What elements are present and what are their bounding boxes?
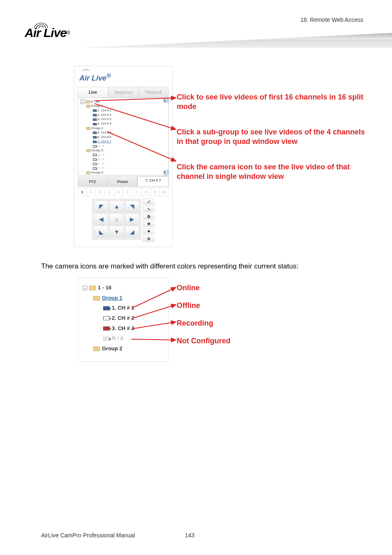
scroll-down-button[interactable]: ▾ (164, 170, 168, 175)
camera-icon[interactable] (93, 163, 97, 165)
status-labels: Online Offline Recording Not Configured (177, 284, 231, 354)
group-4[interactable]: Group 4 (91, 171, 103, 175)
preset-3[interactable]: 3 (96, 188, 105, 196)
preset-7[interactable]: 7 (132, 188, 141, 196)
ptz-left[interactable]: ◀ (94, 213, 108, 225)
channel-6[interactable]: 6. CH # 6 (97, 135, 111, 140)
channel-na: N / A (97, 144, 104, 148)
focus-plus-button[interactable]: ✿ (143, 213, 154, 220)
status-group-2[interactable]: Group 2 (102, 344, 122, 354)
channel-na: N / A (97, 153, 104, 157)
camera-icon[interactable] (93, 123, 97, 125)
camera-icon[interactable] (93, 145, 97, 148)
ptz-up-left[interactable]: ◤ (94, 201, 108, 213)
channel-select[interactable]: 7: CH # 7 (137, 176, 169, 187)
preset-10[interactable]: 10 (160, 188, 169, 196)
channel-na: N / A (97, 166, 104, 171)
camera-icon[interactable] (93, 132, 97, 134)
zoom-in-button[interactable]: ⤢ (143, 199, 154, 205)
folder-icon (89, 286, 96, 290)
channel-na: N / A (97, 162, 104, 166)
status-ch3[interactable]: 3. CH # 3 (112, 324, 134, 334)
header-divider (82, 33, 392, 48)
focus-minus-button[interactable]: ❋ (143, 221, 154, 227)
zoom-out-button[interactable]: ⤡ (143, 206, 154, 212)
camera-icon[interactable] (93, 167, 97, 170)
group-2[interactable]: Group 2 (91, 126, 103, 131)
ptz-down-left[interactable]: ◣ (94, 226, 108, 238)
ptz-tab[interactable]: PTZ (78, 176, 108, 187)
channel-4[interactable]: 4. CH # 4 (97, 122, 111, 126)
folder-icon (86, 100, 90, 103)
preset-8[interactable]: 8 (141, 188, 150, 196)
camera-icon[interactable] (93, 141, 97, 143)
ptz-down-right[interactable]: ◢ (125, 226, 139, 238)
camera-online-icon[interactable] (103, 306, 110, 310)
channel-2[interactable]: 2. CH # 2 (97, 113, 111, 118)
callout-quad-view: Click a sub-group to see live videos of … (177, 127, 370, 147)
camera-icon[interactable] (93, 109, 97, 112)
ptz-right[interactable]: ▶ (125, 213, 139, 225)
ptz-home[interactable]: ⌂ (109, 213, 124, 225)
status-na: N / A (112, 333, 124, 344)
camera-icon[interactable] (93, 158, 97, 161)
channel-tree[interactable]: ▴ - 1 - 16 Group 1 1. CH # 1 2. CH # 2 3… (78, 97, 169, 176)
ptz-up-right[interactable]: ◥ (125, 201, 139, 213)
preset-9[interactable]: 9 (151, 188, 160, 196)
scroll-up-button[interactable]: ▴ (164, 98, 168, 103)
group-3[interactable]: Group 3 (91, 148, 103, 153)
tab-sequence[interactable]: Sequence (108, 87, 138, 97)
camera-recording-icon[interactable] (103, 326, 110, 331)
collapse-icon[interactable]: - (83, 286, 87, 290)
status-ch2[interactable]: 2. CH # 2 (112, 313, 134, 324)
camera-offline-icon[interactable] (103, 316, 110, 320)
preset-numbers: 1 2 3 4 5 6 7 8 9 10 (78, 188, 169, 196)
tab-playback[interactable]: Playback (138, 87, 169, 97)
folder-icon (93, 296, 100, 301)
camera-icon[interactable] (93, 114, 97, 116)
ptz-controls-row: PTZ Preset 7: CH # 7 (78, 176, 169, 187)
channel-5[interactable]: 5. CH # 5 (97, 131, 111, 135)
label-online: Online (177, 284, 231, 292)
status-group-1[interactable]: Group 1 (102, 293, 122, 303)
ptz-down[interactable]: ▼ (109, 226, 124, 238)
label-recording: Recording (177, 319, 231, 328)
view-tabs: Live Sequence Playback (78, 87, 169, 97)
preset-5[interactable]: 5 (114, 188, 123, 196)
brand-logo: Air Live® (25, 23, 80, 40)
folder-icon (86, 127, 90, 130)
preset-4[interactable]: 4 (105, 188, 114, 196)
status-root[interactable]: 1 - 16 (98, 283, 111, 293)
iris-close-button[interactable]: ⊕ (143, 236, 154, 242)
group-1[interactable]: Group 1 (91, 104, 103, 109)
live-panel-screenshot: Air Live® Live Sequence Playback ▴ - 1 -… (74, 66, 173, 247)
folder-icon (86, 105, 90, 108)
logo-reg: ® (67, 30, 70, 36)
preset-2[interactable]: 2 (87, 188, 96, 196)
label-offline: Offline (177, 301, 231, 310)
panel-logo: Air Live® (79, 72, 169, 83)
camera-not-configured-icon[interactable] (103, 337, 110, 341)
channel-1[interactable]: 1. CH # 1 (97, 109, 111, 113)
folder-icon (86, 149, 90, 152)
camera-icon[interactable] (93, 118, 97, 121)
camera-icon[interactable] (93, 154, 97, 156)
ptz-pad: ◤ ▲ ◥ ◀ ⌂ ▶ ◣ ▼ ◢ ⤢ ⤡ ✿ ❋ ✷ ⊕ (78, 199, 169, 242)
preset-1[interactable]: 1 (78, 188, 87, 196)
channel-na: N / A (97, 175, 104, 176)
status-ch1[interactable]: 1. CH # 1 (112, 303, 134, 313)
chapter-title: 18. Remote Web Access (300, 16, 363, 23)
channel-3[interactable]: 3. CH # 3 (97, 117, 111, 122)
callout-single-view: Click the camera icon to see the live vi… (177, 162, 370, 182)
camera-icon[interactable] (93, 136, 97, 139)
preset-tab[interactable]: Preset (108, 176, 138, 187)
tree-root[interactable]: 1 - 16 (91, 99, 99, 104)
channel-7[interactable]: 7. CH # 7 (97, 139, 111, 144)
iris-open-button[interactable]: ✷ (143, 228, 154, 234)
preset-6[interactable]: 6 (123, 188, 132, 196)
logo-text: Air Live (25, 26, 67, 39)
tab-live[interactable]: Live (78, 87, 108, 97)
ptz-up[interactable]: ▲ (109, 201, 124, 213)
collapse-icon[interactable]: - (81, 99, 85, 104)
status-description: The camera icons are marked with differe… (41, 262, 367, 271)
